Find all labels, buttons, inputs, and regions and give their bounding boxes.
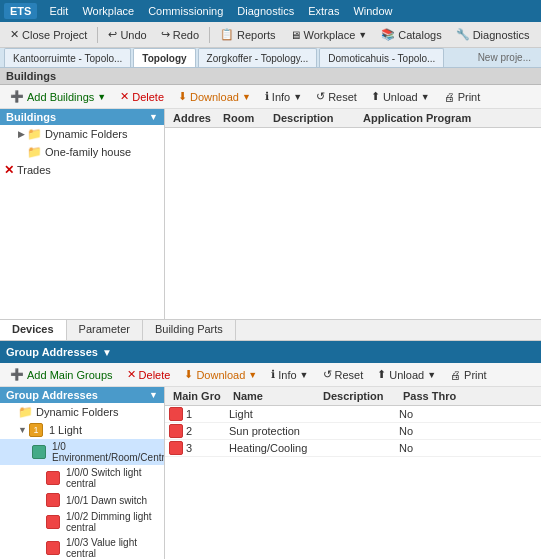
dropdown-arrow: ▼	[358, 30, 367, 40]
info-icon: ℹ	[265, 90, 269, 103]
catalogs-button[interactable]: 📚 Catalogs	[375, 25, 447, 44]
tree-arrow: ▶	[18, 129, 25, 139]
ga-tree-item-103[interactable]: 1/0/3 Value light central	[0, 535, 164, 559]
tree-item-one-family[interactable]: ▶ 📁 One-family house	[0, 143, 164, 161]
ga-row-num: 1	[169, 407, 229, 421]
info-icon: ℹ	[271, 368, 275, 381]
col-app-program: Application Program	[359, 112, 537, 124]
menu-extras[interactable]: Extras	[302, 3, 345, 19]
redo-icon: ↪	[161, 28, 170, 41]
x-icon: ✕	[4, 163, 14, 177]
menu-diagnostics[interactable]: Diagnostics	[231, 3, 300, 19]
tree-header-arrow: ▼	[149, 112, 158, 122]
ga-row-num: 3	[169, 441, 229, 455]
redo-button[interactable]: ↪ Redo	[155, 25, 205, 44]
tree-arrow: ▶	[18, 147, 25, 157]
add-buildings-button[interactable]: ➕ Add Buildings ▼	[4, 87, 112, 106]
ga-row-icon	[169, 424, 183, 438]
ga-tree-item-100[interactable]: 1/0/0 Switch light central	[0, 465, 164, 491]
ga-row-icon	[169, 441, 183, 455]
buildings-main: Buildings ▼ ▶ 📁 Dynamic Folders ▶ 📁 One-…	[0, 109, 541, 319]
folder-icon: 📁	[27, 127, 42, 141]
ga-col-main-group: Main Gro	[169, 390, 229, 402]
tree-item-dynamic-folders[interactable]: ▶ 📁 Dynamic Folders	[0, 125, 164, 143]
print-buildings-button[interactable]: 🖨 Print	[438, 88, 487, 106]
ga-section-header: Group Addresses ▼	[0, 341, 541, 363]
unload-icon: ⬆	[377, 368, 386, 381]
info-ga-button[interactable]: ℹ Info ▼	[265, 365, 314, 384]
ga-tree-item-102[interactable]: 1/0/2 Dimming light central	[0, 509, 164, 535]
tab-zorgkoffer[interactable]: Zorgkoffer - Topology...	[198, 48, 318, 67]
tab-building-parts[interactable]: Building Parts	[143, 320, 236, 340]
menu-edit[interactable]: Edit	[43, 3, 74, 19]
ga-row-pass: No	[399, 408, 537, 420]
ga-row-pass: No	[399, 425, 537, 437]
tabs-row: Kantoorruimte - Topolo... Topology Zorgk…	[0, 48, 541, 68]
workplace-icon: 🖥	[290, 29, 301, 41]
undo-button[interactable]: ↩ Undo	[102, 25, 152, 44]
new-project-tab[interactable]: New proje...	[472, 51, 537, 64]
unload-dropdown-arrow: ▼	[421, 92, 430, 102]
buildings-section-label: Buildings	[0, 68, 541, 85]
ga-row-pass: No	[399, 442, 537, 454]
buildings-tree-header: Buildings ▼	[0, 109, 164, 125]
ga-col-pass-through: Pass Thro	[399, 390, 537, 402]
ga-tree-item-env[interactable]: 1/0 Environment/Room/Central	[0, 439, 164, 465]
menu-workplace[interactable]: Workplace	[76, 3, 140, 19]
tab-devices[interactable]: Devices	[0, 320, 67, 340]
info-dropdown-arrow: ▼	[300, 370, 309, 380]
print-icon: 🖨	[444, 91, 455, 103]
download-ga-button[interactable]: ⬇ Download ▼	[178, 365, 263, 384]
tab-parameter[interactable]: Parameter	[67, 320, 143, 340]
ga-icon-red	[46, 515, 60, 529]
menu-window[interactable]: Window	[347, 3, 398, 19]
tab-domoticahuis[interactable]: Domoticahuis - Topolo...	[319, 48, 444, 67]
add-main-groups-button[interactable]: ➕ Add Main Groups	[4, 365, 119, 384]
print-ga-button[interactable]: 🖨 Print	[444, 366, 493, 384]
ga-tree-item-dynamic-folders[interactable]: 📁 Dynamic Folders	[0, 403, 164, 421]
delete-icon: ✕	[127, 368, 136, 381]
delete-buildings-button[interactable]: ✕ Delete	[114, 87, 170, 106]
separator	[209, 27, 210, 43]
close-project-button[interactable]: ✕ Close Project	[4, 25, 93, 44]
menu-bar: ETS Edit Workplace Commissioning Diagnos…	[0, 0, 541, 22]
unload-buildings-button[interactable]: ⬆ Unload ▼	[365, 87, 436, 106]
tab-kantoorruimte[interactable]: Kantoorruimte - Topolo...	[4, 48, 131, 67]
ga-tree-item-1-light[interactable]: ▼ 1 1 Light	[0, 421, 164, 439]
buildings-bottom-tabs: Devices Parameter Building Parts	[0, 319, 541, 341]
ga-dropdown-arrow[interactable]: ▼	[102, 347, 112, 358]
tree-arrow: ▼	[18, 425, 27, 435]
undo-icon: ↩	[108, 28, 117, 41]
tab-topology[interactable]: Topology	[133, 48, 195, 67]
main-toolbar: ✕ Close Project ↩ Undo ↪ Redo 📋 Reports …	[0, 22, 541, 48]
col-room: Room	[219, 112, 269, 124]
download-buildings-button[interactable]: ⬇ Download ▼	[172, 87, 257, 106]
unload-ga-button[interactable]: ⬆ Unload ▼	[371, 365, 442, 384]
ga-tree-item-101[interactable]: 1/0/1 Dawn switch	[0, 491, 164, 509]
info-buildings-button[interactable]: ℹ Info ▼	[259, 87, 308, 106]
ga-table-header: Main Gro Name Description Pass Thro	[165, 387, 541, 406]
ga-toolbar: ➕ Add Main Groups ✕ Delete ⬇ Download ▼ …	[0, 363, 541, 387]
diagnostics-toolbar-button[interactable]: 🔧 Diagnostics	[450, 25, 536, 44]
delete-ga-button[interactable]: ✕ Delete	[121, 365, 177, 384]
ga-table-row[interactable]: 2 Sun protection No	[165, 423, 541, 440]
reset-buildings-button[interactable]: ↺ Reset	[310, 87, 363, 106]
menu-commissioning[interactable]: Commissioning	[142, 3, 229, 19]
ga-row-name: Sun protection	[229, 425, 319, 437]
reset-ga-button[interactable]: ↺ Reset	[317, 365, 370, 384]
ga-icon-red	[46, 471, 60, 485]
reports-button[interactable]: 📋 Reports	[214, 25, 282, 44]
info-dropdown-arrow: ▼	[293, 92, 302, 102]
download-dropdown-arrow: ▼	[242, 92, 251, 102]
ga-table-row[interactable]: 3 Heating/Cooling No	[165, 440, 541, 457]
ga-table-row[interactable]: 1 Light No	[165, 406, 541, 423]
col-description: Description	[269, 112, 359, 124]
tree-item-trades[interactable]: ✕ Trades	[0, 161, 164, 179]
unload-dropdown-arrow: ▼	[427, 370, 436, 380]
buildings-table-header: Addres Room Description Application Prog…	[165, 109, 541, 128]
folder-icon: 📁	[18, 405, 33, 419]
buildings-table-panel: Addres Room Description Application Prog…	[165, 109, 541, 319]
folder-icon: 📁	[27, 145, 42, 159]
ga-row-num: 2	[169, 424, 229, 438]
workplace-button[interactable]: 🖥 Workplace ▼	[284, 26, 374, 44]
